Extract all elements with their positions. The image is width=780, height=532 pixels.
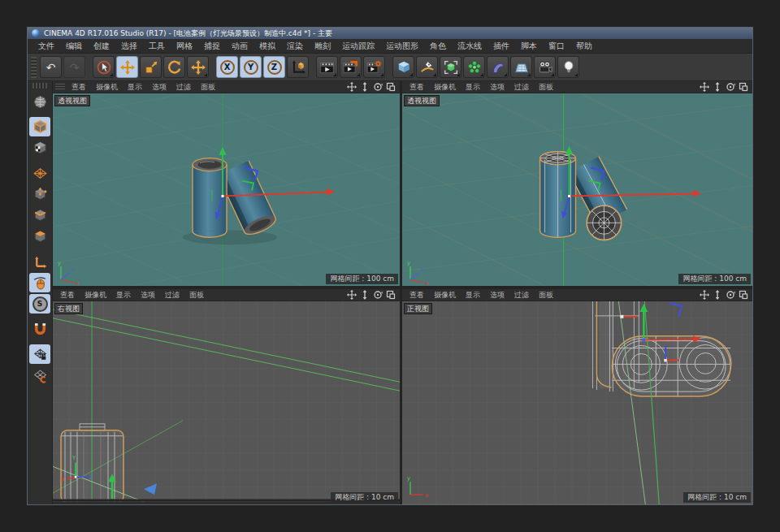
render-to-picture-viewer-button[interactable]	[340, 56, 362, 78]
enable-axis-button[interactable]	[29, 252, 50, 271]
add-deformer-button[interactable]	[487, 56, 509, 78]
vp1-zoom-icon[interactable]	[360, 82, 370, 92]
redo-button[interactable]: ↷	[63, 56, 85, 78]
vp3-menu-panel[interactable]: 面板	[184, 290, 209, 301]
vp3-zoom-icon[interactable]	[360, 290, 370, 300]
vp1-grip[interactable]	[55, 84, 65, 91]
vp4-menu-panel[interactable]: 面板	[534, 290, 558, 301]
menu-sculpt[interactable]: 雕刻	[309, 40, 336, 53]
z-axis-lock-button[interactable]: Z	[263, 56, 285, 78]
vp3-menu-cameras[interactable]: 摄像机	[80, 290, 111, 301]
menu-script[interactable]: 脚本	[515, 40, 543, 53]
snap-magnet-button[interactable]	[29, 319, 50, 339]
add-camera-button[interactable]	[534, 56, 556, 78]
toolbar-grip[interactable]	[31, 57, 37, 78]
vp4-maximize-icon[interactable]	[739, 290, 748, 300]
rotate-tool-button[interactable]	[163, 56, 185, 78]
polygons-mode-button[interactable]	[29, 227, 50, 246]
menu-create[interactable]: 创建	[88, 40, 115, 53]
viewport-tweak-button[interactable]	[29, 273, 50, 292]
menu-window[interactable]: 窗口	[543, 40, 570, 53]
menu-plugins[interactable]: 插件	[488, 40, 515, 53]
vp3-maximize-icon[interactable]	[386, 290, 396, 300]
vp1-menu-options[interactable]: 选项	[147, 82, 171, 93]
vp1-rotate-icon[interactable]	[373, 82, 383, 92]
lock-workplane-button[interactable]	[29, 344, 50, 364]
add-subdivision-surface-button[interactable]	[440, 56, 462, 78]
vp4-menu-options[interactable]: 选项	[485, 290, 509, 301]
menu-mesh[interactable]: 网格	[171, 40, 198, 53]
vp2-pan-icon[interactable]	[700, 82, 709, 92]
vp2-canvas[interactable]: 透视视图 网格间距 : 100 cm	[402, 93, 752, 286]
y-axis-lock-button[interactable]: Y	[240, 56, 262, 78]
vp1-menu-cameras[interactable]: 摄像机	[91, 82, 123, 93]
vp1-menu-panel[interactable]: 面板	[196, 82, 220, 93]
vp1-menu-view[interactable]: 查看	[67, 82, 91, 93]
add-primitive-button[interactable]	[392, 56, 414, 78]
vp2-zoom-icon[interactable]	[713, 82, 722, 92]
vp3-menu-display[interactable]: 显示	[111, 290, 136, 301]
make-editable-button[interactable]	[29, 92, 50, 111]
menu-animate[interactable]: 动画	[226, 40, 254, 53]
scale-tool-button[interactable]	[140, 56, 162, 78]
model-mode-button[interactable]	[29, 117, 50, 136]
vp3-pan-icon[interactable]	[347, 290, 357, 300]
vp4-menu-view[interactable]: 查看	[405, 290, 429, 301]
vp1-maximize-icon[interactable]	[386, 82, 396, 92]
menu-snap[interactable]: 捕捉	[198, 40, 226, 53]
add-modeling-object-button[interactable]	[463, 56, 485, 78]
last-used-tool-button[interactable]	[187, 56, 209, 78]
move-tool-button[interactable]	[116, 56, 138, 78]
menu-mograph[interactable]: 运动图形	[380, 40, 424, 53]
add-environment-button[interactable]	[510, 56, 532, 78]
menu-file[interactable]: 文件	[32, 40, 60, 53]
render-view-button[interactable]	[316, 56, 338, 78]
coordinate-system-button[interactable]	[287, 56, 309, 78]
menu-help[interactable]: 帮助	[570, 40, 598, 53]
vp4-canvas[interactable]: 正视图 网格间距 : 10 cm	[402, 301, 752, 504]
palette-grip[interactable]	[32, 83, 47, 89]
vp4-menu-display[interactable]: 显示	[461, 290, 485, 301]
vp2-menu-display[interactable]: 显示	[461, 82, 485, 93]
menu-motion-tracker[interactable]: 运动跟踪	[336, 40, 380, 53]
vp3-menu-options[interactable]: 选项	[136, 290, 160, 301]
vp1-canvas[interactable]: 透视视图 网格间距 : 100 cm	[53, 93, 400, 286]
interactive-workplane-button[interactable]	[29, 365, 50, 385]
vp3-menu-view[interactable]: 查看	[55, 290, 80, 301]
x-axis-lock-button[interactable]: X	[216, 56, 238, 78]
menu-tools[interactable]: 工具	[143, 40, 171, 53]
vp4-zoom-icon[interactable]	[713, 290, 722, 300]
vp4-menu-cameras[interactable]: 摄像机	[429, 290, 461, 301]
edit-render-settings-button[interactable]	[363, 56, 385, 78]
menu-render[interactable]: 渲染	[281, 40, 309, 53]
texture-mode-button[interactable]	[29, 138, 50, 158]
title-bar[interactable]: CINEMA 4D R17.016 Studio (R17) - [电池案例（灯…	[28, 28, 752, 39]
edges-mode-button[interactable]	[29, 205, 50, 225]
live-selection-button[interactable]	[93, 56, 115, 78]
vp2-menu-options[interactable]: 选项	[485, 82, 509, 93]
vp2-menu-panel[interactable]: 面板	[534, 82, 558, 93]
vp3-canvas[interactable]: 右视图 网格间距 : 10 cm	[53, 301, 400, 504]
add-light-button[interactable]	[557, 56, 579, 78]
vp2-maximize-icon[interactable]	[739, 82, 748, 92]
undo-button[interactable]: ↶	[40, 56, 62, 78]
menu-character[interactable]: 角色	[424, 40, 452, 53]
vp2-menu-view[interactable]: 查看	[405, 82, 429, 93]
vp2-menu-filter[interactable]: 过滤	[509, 82, 534, 93]
points-mode-button[interactable]	[29, 184, 50, 204]
vp1-pan-icon[interactable]	[347, 82, 357, 92]
vp3-rotate-icon[interactable]	[373, 290, 383, 300]
enable-snap-button[interactable]: S	[29, 294, 50, 314]
workplane-mode-button[interactable]	[29, 163, 50, 183]
vp2-menu-cameras[interactable]: 摄像机	[429, 82, 461, 93]
add-spline-button[interactable]	[416, 56, 438, 78]
menu-simulate[interactable]: 模拟	[254, 40, 281, 53]
vp1-menu-filter[interactable]: 过滤	[171, 82, 196, 93]
vp3-menu-filter[interactable]: 过滤	[160, 290, 184, 301]
vp4-rotate-icon[interactable]	[726, 290, 735, 300]
menu-edit[interactable]: 编辑	[60, 40, 88, 53]
vp4-pan-icon[interactable]	[700, 290, 709, 300]
vp1-menu-display[interactable]: 显示	[123, 82, 147, 93]
vp2-rotate-icon[interactable]	[726, 82, 735, 92]
menu-select[interactable]: 选择	[115, 40, 143, 53]
